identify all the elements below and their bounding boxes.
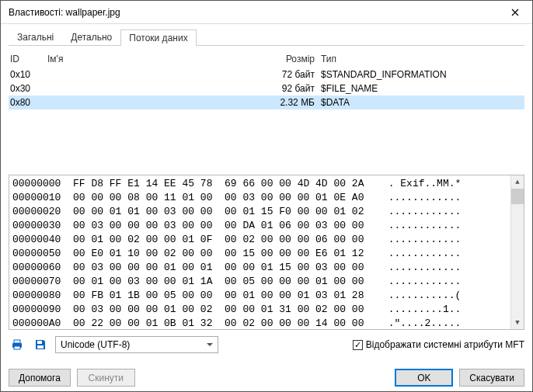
tab-streams[interactable]: Потоки даних [120,29,196,46]
streams-table: ID Ім'я Розмір Тип 0x1072 байт$STANDARD_… [9,50,524,109]
hex-row: 000000A0 00 22 00 00 01 0B 01 32 00 02 0… [12,317,507,329]
table-row[interactable]: 0x3092 байт$FILE_NAME [9,82,524,95]
table-row[interactable]: 0x1072 байт$STANDARD_INFORMATION [9,68,524,82]
hex-row: 00000070 00 01 00 03 00 00 01 1A 00 05 0… [12,275,507,289]
hex-row: 00000060 00 03 00 00 00 01 00 01 00 00 0… [12,261,507,275]
ok-button[interactable]: OK [395,369,453,387]
col-header-id[interactable]: ID [10,54,47,64]
hex-row: 00000040 00 01 00 02 00 00 01 0F 00 02 0… [12,233,507,247]
print-icon[interactable] [9,336,26,353]
cell-name [47,97,259,108]
cell-id: 0x30 [10,83,47,94]
cell-type: $FILE_NAME [321,83,523,94]
checkbox-icon: ✓ [353,340,363,350]
table-row[interactable]: 0x802.32 МБ$DATA [9,95,524,109]
hex-row: 00000020 00 00 01 01 00 03 00 00 00 01 1… [12,205,507,219]
window-title: Властивості: wallpaper.jpg [9,7,497,18]
checkbox-label: Відображати системні атрибути MFT [366,339,524,350]
col-header-name[interactable]: Ім'я [47,54,259,64]
close-icon[interactable] [497,1,532,24]
scroll-thumb[interactable] [511,189,524,204]
hex-row: 00000090 00 03 00 00 00 01 00 02 00 00 0… [12,303,507,317]
hex-row: 00000080 00 FB 01 1B 00 05 00 00 00 01 0… [12,289,507,303]
save-icon[interactable] [32,336,49,353]
reset-button: Скинути [77,369,135,387]
hex-row: 00000050 00 E0 01 10 00 02 00 00 00 15 0… [12,247,507,261]
tab-details[interactable]: Детально [62,29,120,45]
hex-viewer: 00000000 FF D8 FF E1 14 EE 45 78 69 66 0… [9,175,524,330]
cell-name [47,83,259,94]
col-header-size[interactable]: Розмір [259,54,321,64]
scroll-down-icon[interactable]: ▼ [511,316,524,329]
hex-row: 00000000 FF D8 FF E1 14 EE 45 78 69 66 0… [12,177,507,191]
cell-id: 0x10 [10,69,47,80]
cell-size: 72 байт [259,69,321,80]
encoding-select[interactable]: Unicode (UTF-8) [55,336,218,353]
svg-rect-3 [37,341,42,344]
scrollbar-vertical[interactable]: ▲ ▼ [510,175,524,329]
cancel-button[interactable]: Скасувати [459,369,524,387]
hex-row: 00000010 00 00 00 08 00 11 01 00 00 03 0… [12,191,507,205]
help-button[interactable]: Допомога [9,369,71,387]
col-header-type[interactable]: Тип [321,54,523,64]
tab-general[interactable]: Загальні [9,29,62,45]
hex-row: 00000030 00 03 00 00 00 03 00 00 00 DA 0… [12,219,507,233]
svg-rect-4 [37,345,44,349]
cell-size: 2.32 МБ [259,97,321,108]
mft-checkbox[interactable]: ✓ Відображати системні атрибути MFT [353,339,524,350]
svg-rect-2 [14,346,20,349]
svg-rect-1 [14,340,20,343]
cell-size: 92 байт [259,83,321,94]
cell-id: 0x80 [10,97,47,108]
scroll-up-icon[interactable]: ▲ [511,175,524,189]
encoding-value: Unicode (UTF-8) [61,339,130,350]
cell-type: $STANDARD_INFORMATION [321,69,523,80]
cell-name [47,69,259,80]
cell-type: $DATA [321,97,523,108]
tab-bar: Загальні Детально Потоки даних [9,29,524,46]
